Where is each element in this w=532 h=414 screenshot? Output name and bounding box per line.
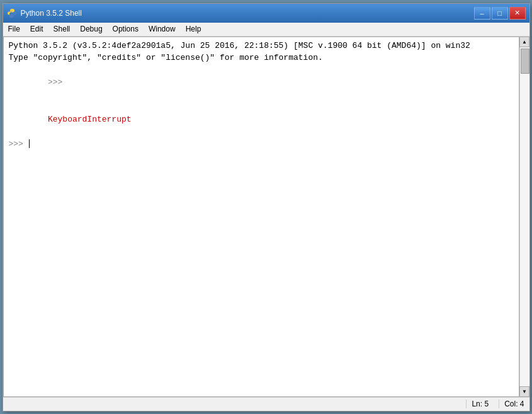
scroll-thumb[interactable] <box>521 49 529 74</box>
window-title: Python 3.5.2 Shell <box>21 9 474 18</box>
menu-options[interactable]: Options <box>108 23 144 35</box>
shell-prompt-2: >>> <box>9 138 514 151</box>
menu-shell[interactable]: Shell <box>48 23 76 35</box>
close-button[interactable]: ✕ <box>509 7 526 20</box>
text-cursor <box>29 139 30 148</box>
shell-prompt-1: >>> <box>9 64 514 101</box>
window-controls: – □ ✕ <box>474 7 526 20</box>
main-window: Python 3.5.2 Shell – □ ✕ File Edit Shell… <box>3 3 530 411</box>
status-bar: Ln: 5 Col: 4 <box>3 397 529 411</box>
shell-line-2: Type "copyright", "credits" or "license(… <box>9 52 514 64</box>
menu-file[interactable]: File <box>3 23 25 35</box>
minimize-button[interactable]: – <box>474 7 490 20</box>
vertical-scrollbar[interactable]: ▲ ▼ <box>519 37 529 397</box>
title-bar: Python 3.5.2 Shell – □ ✕ <box>3 4 529 23</box>
shell-content[interactable]: Python 3.5.2 (v3.5.2:4def2a2901a5, Jun 2… <box>3 37 519 397</box>
python-icon <box>7 8 17 18</box>
maximize-button[interactable]: □ <box>492 7 508 20</box>
scroll-down-arrow[interactable]: ▼ <box>519 386 529 397</box>
error-text: KeyboardInterrupt <box>48 115 132 124</box>
menu-help[interactable]: Help <box>181 23 207 35</box>
scroll-up-arrow[interactable]: ▲ <box>519 37 529 47</box>
menu-window[interactable]: Window <box>144 23 181 35</box>
prompt-symbol-2: >>> <box>9 138 28 151</box>
menu-debug[interactable]: Debug <box>75 23 107 35</box>
status-line: Ln: 5 <box>466 400 489 408</box>
shell-line-1: Python 3.5.2 (v3.5.2:4def2a2901a5, Jun 2… <box>9 40 514 52</box>
menu-bar: File Edit Shell Debug Options Window Hel… <box>3 23 529 37</box>
menu-edit[interactable]: Edit <box>25 23 48 35</box>
prompt-symbol-1: >>> <box>48 78 67 87</box>
shell-wrapper: Python 3.5.2 (v3.5.2:4def2a2901a5, Jun 2… <box>3 37 529 397</box>
scroll-track[interactable] <box>520 47 529 386</box>
shell-error-line: KeyboardInterrupt <box>9 101 514 138</box>
status-col: Col: 4 <box>499 400 524 408</box>
